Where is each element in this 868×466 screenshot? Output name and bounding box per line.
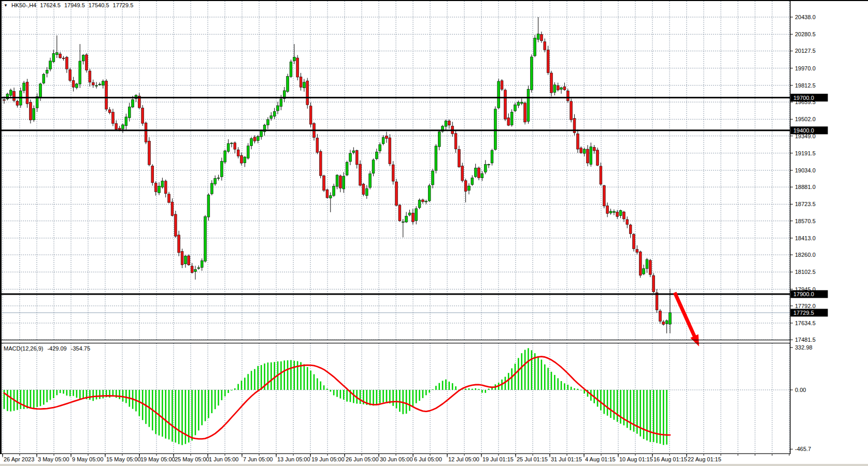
candle-bull [382,137,385,143]
candle-bull [224,151,226,162]
time-axis-label: 16 Aug 01:15 [653,456,687,462]
candlestick-chart-canvas[interactable]: 20438.020280.520127.519970.019812.519659… [0,0,868,466]
candle-bear [118,128,121,130]
candle-bull [484,165,487,172]
candle-bull [280,99,282,107]
price-axis-label: 19812.5 [795,82,816,89]
candle-bear [540,34,543,40]
candle-bear [504,90,507,119]
candle-bear [323,176,325,190]
candle-bull [405,216,408,222]
candle-bear [69,70,72,81]
price-axis-label: 17792.0 [795,303,816,309]
candle-bear [339,176,341,188]
candle-bull [260,131,263,137]
price-axis-label: 17634.5 [795,320,816,326]
macd-axis-label: 332.98 [795,344,813,351]
time-axis-label: 19 Jun 05:00 [311,456,345,462]
time-axis-label: 26 Apr 2023 [4,456,34,462]
candle-bull [125,117,127,126]
price-axis-label: 19191.5 [795,150,816,156]
candle-bull [161,181,164,187]
candle-bear [580,148,582,153]
price-tag-label: 19700.0 [793,95,814,101]
candle-bear [178,235,180,253]
candle-bull [372,160,375,173]
time-axis-label: 31 Jul 01:15 [551,456,582,462]
candle-bear [600,166,602,184]
candle-bear [656,293,658,310]
candle-bear [448,121,450,125]
candle-bear [154,183,157,192]
candle-bear [141,108,144,123]
candle-bear [652,275,655,292]
price-axis-label: 17481.5 [795,337,816,343]
price-tag-label: 17729.5 [793,310,814,316]
candle-bull [39,84,42,98]
candle-bear [570,101,573,120]
time-axis-label: 6 Jul 05:00 [414,456,442,462]
chart-window: 20438.020280.520127.519970.019812.519659… [0,0,868,466]
price-axis-label: 19034.0 [795,167,816,173]
candle-bear [188,256,190,265]
candle-bull [207,195,210,217]
candle-bull [669,313,672,324]
candle-bull [250,138,253,145]
candle-bull [247,146,249,158]
candle-bear [458,150,460,167]
candle-bear [151,166,154,182]
candle-bull [352,151,355,153]
candle-bear [72,80,75,87]
ohlc-high: 17949.5 [64,2,85,9]
candle-bull [408,213,411,215]
candle-bear [355,151,358,165]
candle-bull [42,74,45,83]
price-axis-label: 20127.5 [795,48,816,54]
candle-bull [488,164,490,165]
candle-bear [306,81,309,105]
candle-bear [319,151,322,176]
candle-bull [481,173,483,178]
candle-bull [336,175,338,186]
candle-bull [530,57,533,90]
candle-bull [560,88,563,89]
candle-bull [52,53,55,62]
candle-bear [501,81,503,90]
candle-bear [626,220,629,224]
candle-bull [445,121,447,126]
candle-bear [115,123,118,129]
candle-bull [184,256,187,264]
candle-bear [603,185,605,206]
price-axis-label: 18102.5 [795,269,816,275]
candle-bull [369,174,372,187]
candle-bull [613,211,615,212]
collapse-chevron-icon[interactable]: ▼ [4,2,8,9]
ohlc-open: 17624.5 [40,2,61,9]
candle-bear [92,82,94,85]
candle-bear [3,100,6,100]
candle-bear [593,147,595,151]
candle-bear [636,250,638,253]
candle-bull [468,186,471,191]
price-axis-label: 19970.0 [795,65,816,71]
candle-bull [527,89,530,121]
candle-bull [290,62,292,77]
symbol-name: HK50-,H4 [11,2,36,9]
candle-bull [197,268,200,269]
candle-bear [86,55,88,70]
candle-bull [343,176,345,189]
candle-bear [174,214,177,236]
candle-bull [471,178,474,185]
candle-bear [16,101,19,105]
time-axis-label: 25 Jul 01:15 [517,456,548,462]
candle-bear [454,134,457,149]
candle-bull [534,38,536,55]
candle-bull [82,55,84,61]
candle-bull [227,143,230,152]
time-axis-label: 9 May 05:00 [72,456,104,462]
candle-bear [421,200,424,202]
candle-bear [181,252,183,265]
candle-bull [293,57,295,61]
candle-bull [128,107,131,118]
candle-bull [194,270,197,272]
